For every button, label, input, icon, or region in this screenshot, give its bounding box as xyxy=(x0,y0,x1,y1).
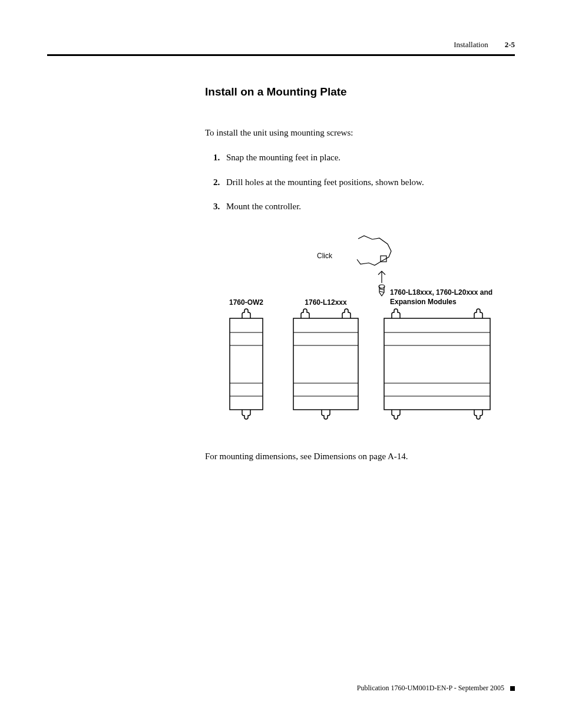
publication-info: Publication 1760-UM001D-EN-P - September… xyxy=(357,684,504,693)
col3-label-line2: Expansion Modules xyxy=(390,298,457,306)
steps-list: 1.Snap the mounting feet in place. 2.Dri… xyxy=(213,151,515,213)
intro-paragraph: To install the unit using mounting screw… xyxy=(205,127,515,140)
col1-label: 1760-OW2 xyxy=(229,298,263,307)
module-1760-ow2 xyxy=(230,309,263,419)
mounting-diagram: Click 1760-OW2 xyxy=(205,230,515,433)
drill-icon xyxy=(357,236,391,296)
step-number: 1. xyxy=(213,151,226,164)
module-1760-l18xxx-l20xxx xyxy=(384,309,490,419)
module-1760-l12xxx xyxy=(293,309,358,419)
step-text: Snap the mounting feet in place. xyxy=(226,153,340,162)
page-header: Installation 2-5 xyxy=(47,40,515,56)
footer-marker-icon xyxy=(510,686,515,691)
section-heading: Install on a Mounting Plate xyxy=(205,85,515,98)
header-page-number: 2-5 xyxy=(505,40,515,50)
step-text: Drill holes at the mounting feet positio… xyxy=(226,177,424,187)
page-footer: Publication 1760-UM001D-EN-P - September… xyxy=(357,684,515,693)
click-label: Click xyxy=(317,252,333,260)
header-section-name: Installation xyxy=(454,40,488,50)
step-1: 1.Snap the mounting feet in place. xyxy=(213,151,515,164)
step-3: 3.Mount the controller. xyxy=(213,200,515,213)
col3-label-line1: 1760-L18xxx, 1760-L20xxx and xyxy=(390,288,492,297)
after-diagram-paragraph: For mounting dimensions, see Dimensions … xyxy=(205,450,515,463)
col2-label: 1760-L12xxx xyxy=(305,298,347,307)
step-2: 2.Drill holes at the mounting feet posit… xyxy=(213,176,515,189)
step-number: 2. xyxy=(213,176,226,189)
step-text: Mount the controller. xyxy=(226,202,301,211)
step-number: 3. xyxy=(213,200,226,213)
